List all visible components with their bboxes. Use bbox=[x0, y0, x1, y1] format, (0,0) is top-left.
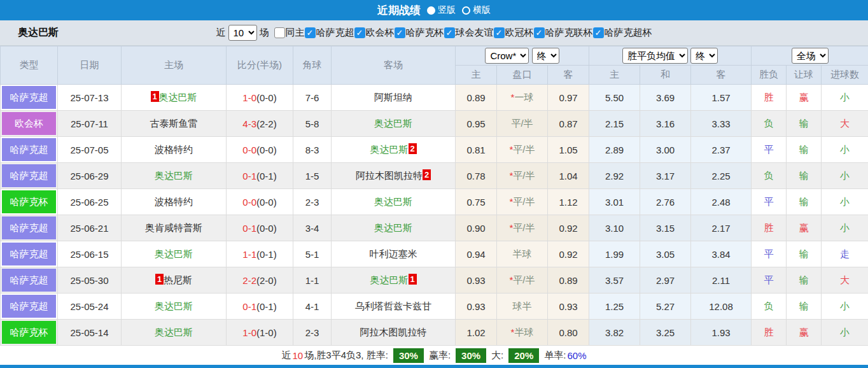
radio-vertical-layout[interactable]: 竖版 bbox=[427, 4, 456, 16]
winloss-result: 胜 bbox=[752, 215, 787, 241]
league-cell: 哈萨克超 bbox=[1, 137, 58, 163]
handicap-away-odds: 0.93 bbox=[548, 294, 589, 320]
goals-result-text: 大 bbox=[840, 274, 850, 285]
league-filter-checkbox[interactable]: ✓球会友谊 bbox=[444, 27, 494, 39]
league-cell: 哈萨克超 bbox=[1, 215, 58, 241]
checkbox-checked-icon: ✓ bbox=[354, 27, 365, 38]
league-filter-checkbox[interactable]: ✓欧冠杯 bbox=[494, 27, 534, 39]
handicap-home-odds: 0.75 bbox=[456, 189, 497, 215]
handicap-line: 半球 bbox=[497, 241, 548, 267]
home-team-name: 奥肯咸特普斯 bbox=[145, 222, 202, 233]
handicap-away-odds: 0.87 bbox=[548, 111, 589, 137]
winloss-result-text: 平 bbox=[764, 144, 774, 155]
league-badge: 哈萨克杯 bbox=[2, 190, 56, 213]
handicap-home-odds: 0.89 bbox=[456, 85, 497, 111]
match-row: 哈萨克超25-05-24奥达巴斯0-1(0-1)4-1乌利塔哲兹卡兹甘0.93球… bbox=[1, 294, 868, 320]
league-filter-checkbox[interactable]: ✓哈萨克超 bbox=[305, 27, 354, 39]
winloss-result-text: 负 bbox=[764, 170, 774, 181]
handicap-away-odds: 1.05 bbox=[548, 137, 589, 163]
match-row: 哈萨克超25-07-131奥达巴斯1-0(0-0)7-6阿斯坦纳0.89*一球0… bbox=[1, 85, 868, 111]
checkbox-checked-icon: ✓ bbox=[494, 27, 505, 38]
checkbox-label: 欧会杯 bbox=[366, 27, 395, 39]
league-badge: 欧会杯 bbox=[2, 112, 56, 135]
league-filter-checkbox[interactable]: 同主 bbox=[274, 27, 305, 39]
checkbox-label: 哈萨克联杯 bbox=[545, 27, 593, 39]
league-filter-checkbox[interactable]: ✓哈萨克联杯 bbox=[534, 27, 593, 39]
result-group-header: 全场 bbox=[752, 46, 868, 66]
winloss-result-text: 负 bbox=[764, 301, 774, 311]
away-team-name: 叶利迈塞米 bbox=[370, 248, 417, 259]
score-cell: 1-0(0-0) bbox=[227, 85, 293, 111]
topbar: 近期战绩 竖版 横版 bbox=[0, 0, 868, 20]
handicap-home-odds: 0.93 bbox=[456, 267, 497, 294]
handicap-result-text: 输 bbox=[799, 301, 809, 311]
handicap-home-odds: 0.95 bbox=[456, 111, 497, 137]
away-team: 阿斯坦纳 bbox=[332, 85, 456, 111]
col-corner: 角球 bbox=[293, 46, 332, 85]
winloss-result: 平 bbox=[752, 241, 787, 267]
score-cell: 0-1(0-1) bbox=[227, 294, 293, 320]
corner-cell: 3-4 bbox=[293, 215, 332, 241]
score-cell: 4-3(2-2) bbox=[227, 111, 293, 137]
avg-draw-odds: 2.76 bbox=[640, 189, 691, 215]
goals-result-text: 走 bbox=[840, 248, 850, 259]
handicap-result-text: 输 bbox=[799, 118, 809, 129]
handicap-line: 平/半 bbox=[497, 111, 548, 137]
league-filter-checkbox[interactable]: ✓哈萨克杯 bbox=[395, 27, 444, 39]
avg-home-odds: 3.01 bbox=[589, 189, 640, 215]
col-score: 比分(半场) bbox=[227, 46, 293, 85]
avg-away-odds: 3.33 bbox=[691, 111, 752, 137]
handicap-away-odds: 0.97 bbox=[548, 85, 589, 111]
home-team-name: 热尼斯 bbox=[164, 274, 192, 285]
match-date: 25-05-14 bbox=[58, 320, 122, 346]
handicap-text: 平/半 bbox=[513, 196, 535, 207]
away-team: 奥达巴斯 bbox=[332, 189, 456, 215]
handicap-away-odds: 0.80 bbox=[548, 320, 589, 346]
radio-horizontal-layout[interactable]: 横版 bbox=[462, 4, 491, 16]
goals-result: 小 bbox=[822, 294, 868, 320]
corner-cell: 1-1 bbox=[293, 267, 332, 294]
handicap-text: 半球 bbox=[514, 327, 533, 337]
match-count-select[interactable]: 10 bbox=[228, 25, 257, 41]
handicap-line: *一球 bbox=[497, 85, 548, 111]
winloss-result: 平 bbox=[752, 189, 787, 215]
league-cell: 哈萨克超 bbox=[1, 241, 58, 267]
win-pct-badge: 30% bbox=[456, 348, 486, 363]
handicap-time-select[interactable]: 终 bbox=[532, 48, 559, 64]
league-filter-checkbox[interactable]: ✓哈萨克超杯 bbox=[593, 27, 652, 39]
match-date: 25-06-15 bbox=[58, 241, 122, 267]
goals-result-text: 小 bbox=[840, 144, 850, 155]
goals-result: 小 bbox=[822, 215, 868, 241]
checkbox-checked-icon: ✓ bbox=[305, 27, 316, 38]
handicap-text: 平/半 bbox=[513, 274, 535, 285]
handicap-line: 球半 bbox=[497, 294, 548, 320]
league-filter-checkbox[interactable]: ✓欧会杯 bbox=[354, 27, 395, 39]
match-row: 哈萨克超25-07-05波格特约0-0(0-0)8-3奥达巴斯20.81*平/半… bbox=[1, 137, 868, 163]
match-date: 25-05-24 bbox=[58, 294, 122, 320]
near-label: 近 bbox=[216, 27, 226, 39]
home-team: 奥达巴斯 bbox=[122, 163, 227, 189]
fulltime-select[interactable]: 全场 bbox=[792, 48, 829, 64]
checkbox-label: 哈萨克超 bbox=[316, 27, 354, 39]
avg-draw-odds: 5.27 bbox=[640, 294, 691, 320]
checkbox-unchecked-icon bbox=[274, 27, 285, 38]
home-team-name: 波格特约 bbox=[155, 144, 193, 155]
avg-home-odds: 5.50 bbox=[589, 85, 640, 111]
home-team: 1奥达巴斯 bbox=[122, 85, 227, 111]
halftime-score: (0-0) bbox=[256, 223, 277, 234]
winloss-result-text: 平 bbox=[764, 196, 774, 207]
avg-draw-odds: 3.16 bbox=[640, 111, 691, 137]
avg-draw-odds: 3.15 bbox=[640, 215, 691, 241]
handicap-group-header: Crow* 终 bbox=[456, 46, 589, 66]
bookmaker-select[interactable]: Crow* bbox=[485, 48, 529, 64]
league-filter-checkboxes: 同主✓哈萨克超✓欧会杯✓哈萨克杯✓球会友谊✓欧冠杯✓哈萨克联杯✓哈萨克超杯 bbox=[274, 27, 652, 39]
odds-type-select[interactable]: 胜平负均值 bbox=[622, 48, 688, 64]
winloss-result-text: 平 bbox=[764, 274, 774, 285]
odds-time-select[interactable]: 终 bbox=[690, 48, 718, 64]
away-team-name: 阿拉木图凯拉特 bbox=[360, 327, 427, 337]
goals-result-text: 大 bbox=[840, 118, 850, 129]
avg-home-odds: 1.25 bbox=[589, 294, 640, 320]
winloss-result: 负 bbox=[752, 163, 787, 189]
bottom-bar bbox=[0, 365, 868, 368]
away-team: 奥达巴斯2 bbox=[332, 137, 456, 163]
